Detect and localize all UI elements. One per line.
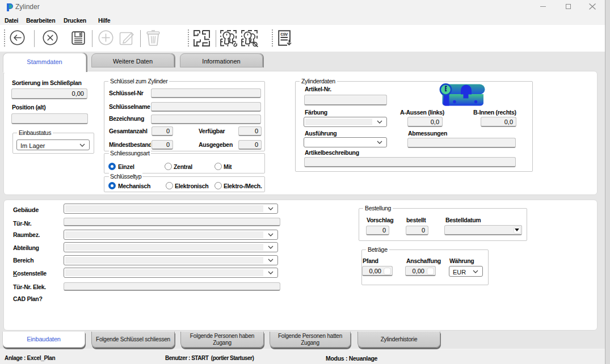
svg-text:csv: csv — [280, 31, 288, 37]
